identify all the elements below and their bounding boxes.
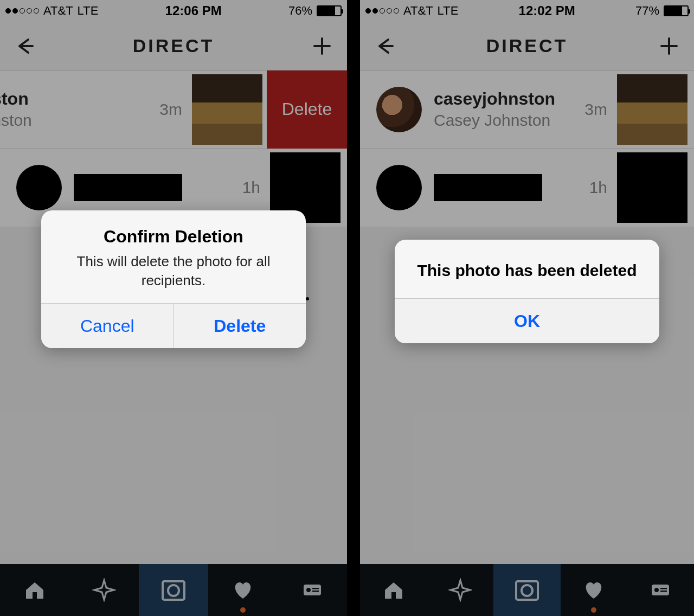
realname-label: Casey Johnston bbox=[434, 111, 575, 130]
tab-bar bbox=[360, 564, 694, 616]
indicator-dot-icon bbox=[306, 297, 309, 300]
svg-point-3 bbox=[306, 588, 311, 592]
tab-profile[interactable] bbox=[627, 564, 694, 616]
compose-plus-icon[interactable] bbox=[657, 34, 681, 58]
status-bar: AT&T LTE 12:06 PM 76% bbox=[0, 0, 347, 22]
svg-rect-4 bbox=[312, 588, 319, 589]
username-label: eyjohnston bbox=[0, 89, 150, 109]
dialog-message: This photo has been deleted bbox=[395, 240, 659, 298]
username-label: caseyjohnston bbox=[434, 89, 575, 109]
page-title: DIRECT bbox=[486, 35, 568, 56]
signal-dots-icon bbox=[365, 8, 399, 14]
phone-right: AT&T LTE 12:02 PM 77% DIRECT caseyjohnst… bbox=[360, 0, 694, 616]
message-thumbnail[interactable] bbox=[617, 152, 687, 223]
svg-rect-8 bbox=[652, 585, 669, 595]
timestamp-label: 1h bbox=[242, 178, 260, 197]
tab-camera[interactable] bbox=[493, 564, 560, 616]
notification-dot-icon bbox=[591, 607, 596, 613]
back-arrow-icon[interactable] bbox=[373, 34, 397, 58]
network-label: LTE bbox=[78, 4, 99, 18]
tab-bar bbox=[0, 564, 347, 616]
svg-rect-11 bbox=[660, 591, 667, 592]
battery-percent: 76% bbox=[288, 4, 312, 18]
realname-label: sey Johnston bbox=[0, 111, 150, 130]
tab-explore[interactable] bbox=[69, 564, 139, 616]
timestamp-label: 3m bbox=[584, 100, 607, 119]
back-arrow-icon[interactable] bbox=[13, 34, 37, 58]
notification-dot-icon bbox=[240, 607, 246, 613]
direct-row[interactable]: eyjohnston sey Johnston 3m Delete bbox=[0, 70, 347, 149]
svg-rect-10 bbox=[660, 588, 667, 589]
tab-activity[interactable] bbox=[208, 564, 278, 616]
tab-home[interactable] bbox=[360, 564, 427, 616]
battery-icon bbox=[664, 5, 689, 16]
battery-percent: 77% bbox=[635, 4, 659, 18]
tab-explore[interactable] bbox=[427, 564, 493, 616]
nav-header: DIRECT bbox=[360, 22, 694, 70]
status-bar: AT&T LTE 12:02 PM 77% bbox=[360, 0, 694, 22]
network-label: LTE bbox=[438, 4, 459, 18]
avatar[interactable] bbox=[16, 165, 62, 210]
svg-point-7 bbox=[522, 585, 532, 596]
redacted-name bbox=[434, 174, 542, 201]
phone-left: AT&T LTE 12:06 PM 76% DIRECT eyjohnston bbox=[0, 0, 347, 616]
battery-icon bbox=[317, 5, 342, 16]
dialog-title: Confirm Deletion bbox=[56, 227, 291, 247]
carrier-label: AT&T bbox=[403, 4, 433, 18]
direct-list: caseyjohnston Casey Johnston 3m 1h bbox=[360, 70, 694, 227]
tab-camera[interactable] bbox=[139, 564, 208, 616]
nav-header: DIRECT bbox=[0, 22, 347, 70]
avatar[interactable] bbox=[376, 87, 422, 132]
delete-swipe-button[interactable]: Delete bbox=[267, 70, 347, 149]
screenshot-divider bbox=[347, 0, 360, 616]
carrier-label: AT&T bbox=[43, 4, 73, 18]
svg-point-9 bbox=[654, 588, 659, 592]
timestamp-label: 1h bbox=[589, 178, 607, 197]
svg-rect-5 bbox=[312, 591, 319, 592]
delete-swipe-label: Delete bbox=[282, 99, 332, 119]
svg-point-1 bbox=[168, 585, 179, 596]
delete-confirm-button[interactable]: Delete bbox=[174, 304, 306, 348]
ok-button[interactable]: OK bbox=[395, 299, 659, 343]
direct-list: eyjohnston sey Johnston 3m Delete 1h bbox=[0, 70, 347, 227]
message-thumbnail[interactable] bbox=[192, 74, 262, 145]
message-thumbnail[interactable] bbox=[617, 74, 687, 145]
direct-row[interactable]: 1h bbox=[360, 149, 694, 227]
dialog-body: This will delete the photo for all recip… bbox=[56, 252, 291, 290]
cancel-button[interactable]: Cancel bbox=[41, 304, 174, 348]
svg-rect-2 bbox=[304, 585, 321, 595]
tab-home[interactable] bbox=[0, 564, 69, 616]
page-title: DIRECT bbox=[133, 35, 215, 56]
compose-plus-icon[interactable] bbox=[310, 34, 334, 58]
status-clock: 12:02 PM bbox=[519, 3, 575, 18]
direct-row[interactable]: caseyjohnston Casey Johnston 3m bbox=[360, 70, 694, 149]
tab-profile[interactable] bbox=[278, 564, 347, 616]
deleted-dialog: This photo has been deleted OK bbox=[395, 240, 659, 343]
confirm-deletion-dialog: Confirm Deletion This will delete the ph… bbox=[41, 210, 306, 348]
timestamp-label: 3m bbox=[159, 100, 182, 119]
tab-activity[interactable] bbox=[561, 564, 627, 616]
signal-dots-icon bbox=[5, 8, 39, 14]
redacted-name bbox=[74, 174, 182, 201]
status-clock: 12:06 PM bbox=[165, 3, 222, 18]
avatar[interactable] bbox=[376, 165, 422, 210]
